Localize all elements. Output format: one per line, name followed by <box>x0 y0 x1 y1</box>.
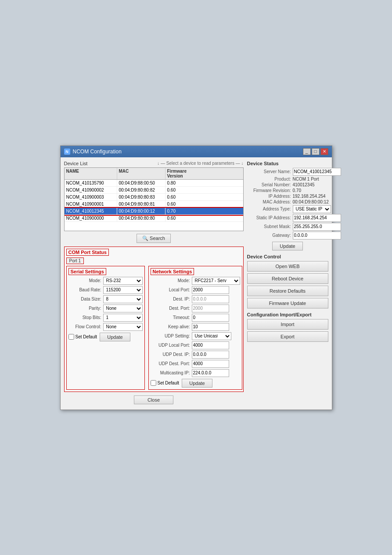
serial-parity-select[interactable]: None Odd Even <box>103 305 143 312</box>
close-button[interactable]: Close <box>134 395 173 404</box>
device-list-hint: ↓ — Select a device to read parameters —… <box>157 161 243 166</box>
config-import-export-title: Configuration Import/Export <box>247 312 328 317</box>
row-name: NCOM_410135790 <box>65 180 117 186</box>
col-fw: Firmware Version <box>165 168 201 179</box>
row-fw: 0.60 <box>165 201 201 207</box>
serial-set-default-label[interactable]: Set Default <box>68 334 97 340</box>
net-multicastip-label: Multicasting IP: <box>151 370 190 375</box>
net-udpdestport-row: UDP Dest. Port: <box>151 360 240 368</box>
net-destport-input[interactable] <box>192 305 229 312</box>
row-mac: 00:04:D9:80:80:83 <box>117 194 165 200</box>
net-udpdestport-input[interactable] <box>192 360 229 368</box>
port-tab[interactable]: Port 1 <box>66 258 84 264</box>
row-name: NCOM_410900002 <box>65 187 117 193</box>
serial-set-default-checkbox[interactable] <box>68 334 74 340</box>
status-staticip-input[interactable] <box>293 214 341 222</box>
window-icon: N <box>64 149 70 155</box>
serial-parity-row: Parity: None Odd Even <box>68 305 143 312</box>
device-status-section: Device Status Server Name: Product: NCOM… <box>247 161 328 250</box>
net-udplocalport-input[interactable] <box>192 341 229 349</box>
close-title-button[interactable]: ✕ <box>320 148 328 155</box>
serial-baud-select[interactable]: 9600 19200 38400 57600 115200 <box>103 286 143 294</box>
com-port-status-section: COM Port Status Port 1 Serial Settings M… <box>64 247 244 392</box>
title-bar-left: N NCOM Configuration <box>64 149 122 155</box>
import-button[interactable]: Import <box>247 319 328 330</box>
window-title: NCOM Configuration <box>73 149 122 155</box>
status-macaddr-label: MAC Address: <box>247 200 291 204</box>
net-timeout-row: Timeout: <box>151 314 240 322</box>
net-keepalive-input[interactable] <box>192 323 229 331</box>
minimize-button[interactable]: _ <box>303 148 311 155</box>
status-addrtype-select[interactable]: USE Static IP DHCP <box>293 205 331 213</box>
net-set-default-label[interactable]: Set Default <box>151 380 179 386</box>
device-status-title: Device Status <box>247 161 328 166</box>
net-mode-select[interactable]: RFC2217 - Server TCP Server TCP Client U… <box>192 277 240 285</box>
row-mac: 00:04:D9:80:80:82 <box>117 187 165 193</box>
row-fw: 0.60 <box>165 194 201 200</box>
net-update-button[interactable]: Update <box>182 379 212 388</box>
serial-mode-row: Mode: RS-232 RS-485 RS-422 <box>68 277 143 285</box>
serial-baud-label: Baud Rate: <box>68 287 101 292</box>
row-name: NCOM_410900001 <box>65 201 117 207</box>
net-udplocalport-label: UDP Local Port: <box>151 343 190 348</box>
device-control-section: Device Control Open WEB Reboot Device Re… <box>247 254 328 308</box>
net-set-default-checkbox[interactable] <box>151 380 156 386</box>
row-fw: 0.60 <box>165 215 201 221</box>
serial-datasize-select[interactable]: 7 8 <box>103 295 143 303</box>
table-row-selected[interactable]: NCOM_410012345 00:04:D9:80:00:12 0.70 <box>65 208 243 215</box>
status-ipaddr-row: IP Address: 192.168.254.254 <box>247 194 328 199</box>
table-body: NCOM_410135790 00:04:D9:88:00:50 0.80 NC… <box>65 180 243 222</box>
row-mac: 00:04:D9:88:00:50 <box>117 180 165 186</box>
status-addrtype-label: Address Type: <box>247 207 291 211</box>
status-ipaddr-label: IP Address: <box>247 194 291 199</box>
net-udpsetting-select[interactable]: Use Unicast Use Multicast <box>192 332 231 340</box>
device-list-label: Device List <box>64 161 88 166</box>
search-button[interactable]: 🔍 Search <box>137 234 171 243</box>
table-row[interactable]: NCOM_410135790 00:04:D9:88:00:50 0.80 <box>65 180 243 187</box>
status-ipaddr-value: 192.168.254.254 <box>293 194 326 199</box>
row-mac: 00:04:D9:80:80:80 <box>117 215 165 221</box>
net-udpsetting-row: UDP Setting: Use Unicast Use Multicast <box>151 332 240 340</box>
restore-defaults-button[interactable]: Restore Defaults <box>247 286 328 296</box>
close-btn-row: Close <box>64 395 244 404</box>
export-button[interactable]: Export <box>247 331 328 342</box>
net-udpsetting-label: UDP Setting: <box>151 334 190 338</box>
net-localport-input[interactable] <box>192 286 229 294</box>
net-destport-label: Dest. Port: <box>151 306 190 311</box>
net-multicastip-input[interactable] <box>192 369 229 377</box>
firmware-update-button[interactable]: Firmware Update <box>247 298 328 308</box>
serial-update-button[interactable]: Update <box>100 333 130 341</box>
status-product-row: Product: NCOM 1 Port <box>247 177 328 181</box>
net-timeout-input[interactable] <box>192 314 229 322</box>
maximize-button[interactable]: □ <box>312 148 320 155</box>
status-serialnum-value: 410012345 <box>293 182 315 187</box>
row-fw: 0.80 <box>165 180 201 186</box>
net-destip-input[interactable] <box>192 295 229 303</box>
net-udpdestip-row: UDP Dest. IP: <box>151 351 240 359</box>
serial-mode-select[interactable]: RS-232 RS-485 RS-422 <box>103 277 143 285</box>
search-btn-row: 🔍 Search <box>64 234 244 243</box>
net-destip-label: Dest. IP: <box>151 297 190 301</box>
status-subnetmask-input[interactable] <box>293 223 341 231</box>
device-table: NAME MAC Firmware Version NCOM_410135790… <box>64 167 244 231</box>
table-header: NAME MAC Firmware Version <box>65 168 243 180</box>
device-status-update-button[interactable]: Update <box>272 242 303 250</box>
status-gateway-row: Gateway: <box>247 232 328 239</box>
open-web-button[interactable]: Open WEB <box>247 261 328 272</box>
status-servername-input[interactable] <box>293 168 341 176</box>
status-servername-label: Server Name: <box>247 169 291 174</box>
net-mode-row: Mode: RFC2217 - Server TCP Server TCP Cl… <box>151 277 240 285</box>
table-row[interactable]: NCOM_410900003 00:04:D9:80:80:83 0.60 <box>65 194 243 201</box>
table-row[interactable]: NCOM_410900000 00:04:D9:80:80:80 0.60 <box>65 215 243 222</box>
table-row[interactable]: NCOM_410900002 00:04:D9:80:80:82 0.60 <box>65 187 243 194</box>
network-settings-panel: Network Settings Mode: RFC2217 - Server … <box>148 266 242 390</box>
table-row[interactable]: NCOM_410900001 00:04:D9:80:80:81 0.60 <box>65 201 243 208</box>
serial-stopbits-select[interactable]: 1 2 <box>103 314 143 322</box>
serial-baud-row: Baud Rate: 9600 19200 38400 57600 115200 <box>68 286 143 294</box>
main-window: N NCOM Configuration _ □ ✕ Device List ↓… <box>60 145 332 410</box>
reboot-device-button[interactable]: Reboot Device <box>247 273 328 284</box>
status-gateway-input[interactable] <box>293 232 341 239</box>
serial-flowcontrol-select[interactable]: None Hardware Software <box>103 323 143 331</box>
net-timeout-label: Timeout: <box>151 315 190 320</box>
net-udpdestip-input[interactable] <box>192 351 229 359</box>
